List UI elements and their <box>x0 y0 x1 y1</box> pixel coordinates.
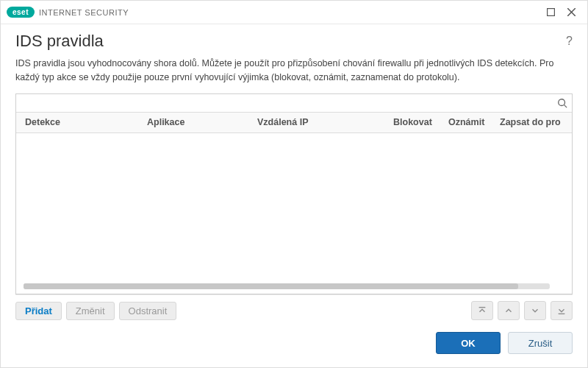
col-log[interactable]: Zapsat do pro <box>494 117 571 127</box>
col-notify[interactable]: Oznámit <box>442 117 494 127</box>
move-down-icon <box>530 305 540 316</box>
rules-panel: Detekce Aplikace Vzdálená IP Blokovat Oz… <box>15 93 573 295</box>
search-icon <box>557 98 567 108</box>
col-remote-ip[interactable]: Vzdálená IP <box>251 117 387 127</box>
close-icon <box>567 8 576 16</box>
search-row <box>16 94 572 113</box>
titlebar: eset INTERNET SECURITY <box>1 1 587 24</box>
rule-actions: Přidat Změnit Odstranit <box>15 294 573 320</box>
page-title: IDS pravidla <box>15 32 566 51</box>
ok-button[interactable]: OK <box>436 332 501 354</box>
col-detection[interactable]: Detekce <box>16 117 141 127</box>
move-up-icon <box>503 305 514 316</box>
move-bottom-button[interactable] <box>551 301 573 320</box>
window: eset INTERNET SECURITY IDS pravidla ? ID… <box>0 0 588 368</box>
remove-button[interactable]: Odstranit <box>119 302 177 320</box>
move-top-button[interactable] <box>471 301 493 320</box>
move-up-button[interactable] <box>498 301 520 320</box>
edit-button[interactable]: Změnit <box>66 302 115 320</box>
svg-point-3 <box>559 99 565 105</box>
help-button[interactable]: ? <box>566 32 573 48</box>
brand-logo-text: eset <box>12 8 29 16</box>
maximize-icon <box>547 8 555 16</box>
move-top-icon <box>477 305 487 316</box>
help-icon: ? <box>566 35 573 47</box>
rules-panel-wrap: Detekce Aplikace Vzdálená IP Blokovat Oz… <box>1 93 587 321</box>
dialog-footer: OK Zrušit <box>1 320 587 367</box>
move-down-button[interactable] <box>524 301 546 320</box>
move-bottom-icon <box>556 305 567 316</box>
table-header: Detekce Aplikace Vzdálená IP Blokovat Oz… <box>16 113 572 133</box>
col-block[interactable]: Blokovat <box>387 117 442 127</box>
maximize-button[interactable] <box>540 2 561 23</box>
brand: eset INTERNET SECURITY <box>7 7 129 18</box>
page-description: IDS pravidla jsou vyhodnocovány shora do… <box>1 54 587 93</box>
svg-rect-0 <box>547 9 554 16</box>
table-body <box>16 133 572 294</box>
svg-line-4 <box>564 105 567 107</box>
search-button[interactable] <box>553 94 572 112</box>
horizontal-scrollbar[interactable] <box>24 283 550 289</box>
close-button[interactable] <box>561 2 581 23</box>
brand-logo: eset <box>7 7 35 18</box>
add-button[interactable]: Přidat <box>15 302 62 320</box>
search-input[interactable] <box>16 94 553 112</box>
col-application[interactable]: Aplikace <box>141 117 251 127</box>
cancel-button[interactable]: Zrušit <box>508 332 573 354</box>
product-name: INTERNET SECURITY <box>39 8 129 17</box>
page-header: IDS pravidla ? <box>1 24 587 54</box>
